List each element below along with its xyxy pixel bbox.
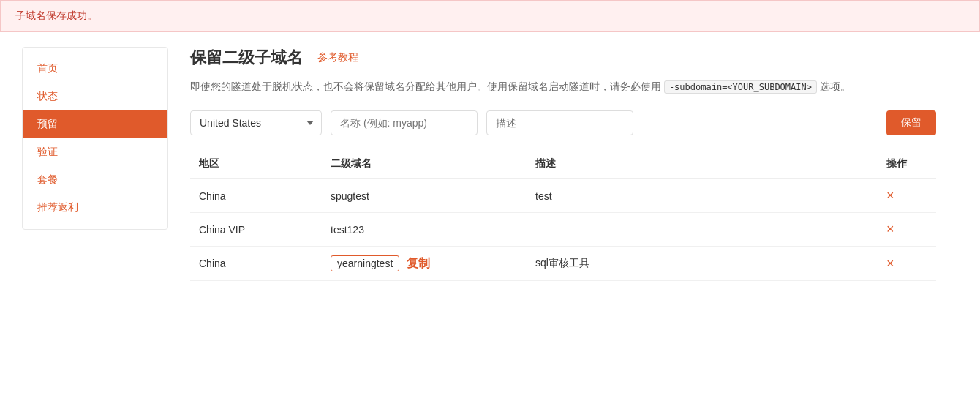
success-banner: 子域名保存成功。 bbox=[0, 0, 980, 32]
col-header-subdomain: 二级域名 bbox=[322, 150, 527, 179]
description-part1: 即使您的隧道处于脱机状态，也不会将保留域名分配给其他用户。使用保留域名启动隧道时… bbox=[190, 80, 661, 92]
description-part2: 选项。 bbox=[820, 80, 851, 92]
delete-button-3[interactable]: × bbox=[886, 256, 894, 271]
tutorial-link[interactable]: 参考教程 bbox=[317, 51, 358, 64]
subdomain-highlighted-text: yearningtest bbox=[331, 255, 399, 271]
sidebar-item-status[interactable]: 状态 bbox=[23, 83, 167, 110]
cell-subdomain-1: spugtest bbox=[322, 179, 527, 213]
cell-action-1: × bbox=[878, 179, 936, 213]
desc-input[interactable] bbox=[486, 110, 633, 135]
description-code: -subdomain=<YOUR_SUBDOMAIN> bbox=[664, 80, 817, 94]
cell-desc-3: sql审核工具 bbox=[527, 247, 878, 281]
cell-action-3: × bbox=[878, 247, 936, 281]
subdomain-text-1: spugtest bbox=[331, 190, 369, 202]
main-layout: 首页 状态 预留 验证 套餐 推荐返利 保留二级子域名 参考教程 即使您的隧道处… bbox=[0, 32, 980, 369]
table-row: China yearningtest 复制 sql审核工具 × bbox=[190, 247, 936, 281]
table-row: China spugtest test × bbox=[190, 179, 936, 213]
cell-subdomain-3: yearningtest 复制 bbox=[322, 247, 527, 281]
sidebar: 首页 状态 预留 验证 套餐 推荐返利 bbox=[22, 47, 168, 230]
save-button[interactable]: 保留 bbox=[886, 110, 936, 135]
filter-row: United States China China VIP Europe Asi… bbox=[190, 110, 936, 135]
table-row: China VIP test123 × bbox=[190, 213, 936, 247]
delete-button-1[interactable]: × bbox=[886, 188, 894, 203]
subdomain-table: 地区 二级域名 描述 操作 China spugtest test × bbox=[190, 150, 936, 281]
copy-button-3[interactable]: 复制 bbox=[407, 256, 430, 271]
content-area: 保留二级子域名 参考教程 即使您的隧道处于脱机状态，也不会将保留域名分配给其他用… bbox=[168, 47, 958, 354]
sidebar-item-referral[interactable]: 推荐返利 bbox=[23, 194, 167, 222]
cell-region-3: China bbox=[190, 247, 322, 281]
table-header-row: 地区 二级域名 描述 操作 bbox=[190, 150, 936, 179]
cell-action-2: × bbox=[878, 213, 936, 247]
subdomain-text-2: test123 bbox=[331, 224, 364, 236]
sidebar-item-reserve[interactable]: 预留 bbox=[23, 110, 167, 138]
page-title: 保留二级子域名 bbox=[190, 47, 303, 69]
cell-region-1: China bbox=[190, 179, 322, 213]
cell-region-2: China VIP bbox=[190, 213, 322, 247]
col-header-region: 地区 bbox=[190, 150, 322, 179]
delete-button-2[interactable]: × bbox=[886, 222, 894, 237]
sidebar-item-plan[interactable]: 套餐 bbox=[23, 166, 167, 194]
name-input[interactable] bbox=[331, 110, 478, 135]
region-select[interactable]: United States China China VIP Europe Asi… bbox=[190, 110, 322, 135]
page-header: 保留二级子域名 参考教程 bbox=[190, 47, 936, 69]
col-header-action: 操作 bbox=[878, 150, 936, 179]
cell-desc-2 bbox=[527, 213, 878, 247]
page-description: 即使您的隧道处于脱机状态，也不会将保留域名分配给其他用户。使用保留域名启动隧道时… bbox=[190, 78, 936, 96]
cell-desc-1: test bbox=[527, 179, 878, 213]
subdomain-cell-3: yearningtest 复制 bbox=[331, 255, 518, 271]
cell-subdomain-2: test123 bbox=[322, 213, 527, 247]
col-header-desc: 描述 bbox=[527, 150, 878, 179]
success-message: 子域名保存成功。 bbox=[15, 10, 97, 21]
sidebar-item-home[interactable]: 首页 bbox=[23, 55, 167, 83]
sidebar-item-verify[interactable]: 验证 bbox=[23, 138, 167, 166]
